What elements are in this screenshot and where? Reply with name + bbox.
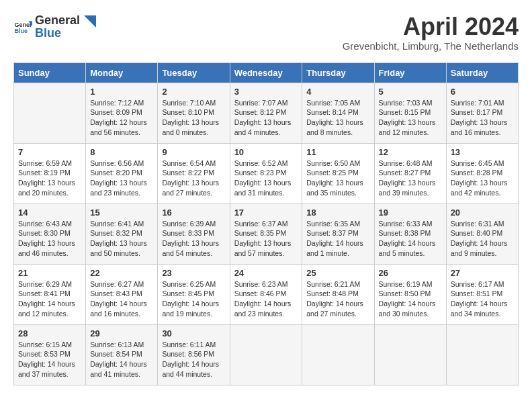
day-info: Sunrise: 6:15 AMSunset: 8:53 PMDaylight:… <box>18 340 81 379</box>
calendar-cell: 13Sunrise: 6:45 AMSunset: 8:28 PMDayligh… <box>446 143 518 203</box>
day-number: 19 <box>379 208 442 218</box>
title-block: April 2024 Grevenbicht, Limburg, The Net… <box>343 13 519 52</box>
day-number: 22 <box>90 268 153 278</box>
day-info: Sunrise: 6:17 AMSunset: 8:51 PMDaylight:… <box>451 279 514 319</box>
day-info: Sunrise: 7:03 AMSunset: 8:15 PMDaylight:… <box>379 98 442 138</box>
calendar-cell: 20Sunrise: 6:31 AMSunset: 8:40 PMDayligh… <box>446 203 518 264</box>
calendar-cell: 14Sunrise: 6:43 AMSunset: 8:30 PMDayligh… <box>14 203 86 264</box>
day-number: 17 <box>234 208 298 218</box>
calendar-cell: 25Sunrise: 6:21 AMSunset: 8:48 PMDayligh… <box>302 264 374 324</box>
header-tuesday: Tuesday <box>158 62 230 83</box>
day-number: 29 <box>90 328 153 338</box>
main-title: April 2024 <box>343 13 519 40</box>
day-number: 21 <box>18 268 81 278</box>
calendar-cell: 6Sunrise: 7:01 AMSunset: 8:17 PMDaylight… <box>446 83 518 143</box>
day-number: 13 <box>451 147 514 157</box>
day-info: Sunrise: 6:23 AMSunset: 8:46 PMDaylight:… <box>234 279 298 319</box>
calendar-cell <box>302 324 374 385</box>
day-number: 20 <box>451 208 514 218</box>
calendar-cell: 18Sunrise: 6:35 AMSunset: 8:37 PMDayligh… <box>302 203 374 264</box>
calendar-cell: 26Sunrise: 6:19 AMSunset: 8:50 PMDayligh… <box>374 264 446 324</box>
day-number: 16 <box>162 208 225 218</box>
day-info: Sunrise: 6:48 AMSunset: 8:27 PMDaylight:… <box>379 158 442 198</box>
day-number: 23 <box>162 268 225 278</box>
day-info: Sunrise: 6:31 AMSunset: 8:40 PMDaylight:… <box>451 219 514 259</box>
svg-marker-3 <box>84 15 96 28</box>
day-number: 27 <box>451 268 514 278</box>
day-number: 24 <box>234 268 298 278</box>
calendar-cell: 10Sunrise: 6:52 AMSunset: 8:23 PMDayligh… <box>230 143 302 203</box>
calendar-cell <box>374 324 446 385</box>
day-info: Sunrise: 7:01 AMSunset: 8:17 PMDaylight:… <box>451 98 514 138</box>
calendar-cell: 30Sunrise: 6:11 AMSunset: 8:56 PMDayligh… <box>158 324 230 385</box>
subtitle: Grevenbicht, Limburg, The Netherlands <box>343 40 519 52</box>
day-number: 7 <box>18 147 81 157</box>
logo-general-text: General <box>35 13 96 28</box>
calendar-cell: 7Sunrise: 6:59 AMSunset: 8:19 PMDaylight… <box>14 143 86 203</box>
calendar-cell <box>446 324 518 385</box>
day-number: 10 <box>234 147 298 157</box>
calendar-cell: 22Sunrise: 6:27 AMSunset: 8:43 PMDayligh… <box>86 264 158 324</box>
day-number: 5 <box>379 87 442 97</box>
calendar-cell: 5Sunrise: 7:03 AMSunset: 8:15 PMDaylight… <box>374 83 446 143</box>
calendar-header-row: SundayMondayTuesdayWednesdayThursdayFrid… <box>14 62 519 83</box>
day-info: Sunrise: 6:13 AMSunset: 8:54 PMDaylight:… <box>90 340 153 379</box>
day-info: Sunrise: 6:37 AMSunset: 8:35 PMDaylight:… <box>234 219 298 259</box>
day-number: 18 <box>306 208 369 218</box>
day-info: Sunrise: 7:05 AMSunset: 8:14 PMDaylight:… <box>306 98 369 138</box>
calendar-cell: 24Sunrise: 6:23 AMSunset: 8:46 PMDayligh… <box>230 264 302 324</box>
calendar-cell: 4Sunrise: 7:05 AMSunset: 8:14 PMDaylight… <box>302 83 374 143</box>
day-info: Sunrise: 6:11 AMSunset: 8:56 PMDaylight:… <box>162 340 225 379</box>
day-info: Sunrise: 6:45 AMSunset: 8:28 PMDaylight:… <box>451 158 514 198</box>
calendar-cell: 11Sunrise: 6:50 AMSunset: 8:25 PMDayligh… <box>302 143 374 203</box>
calendar-cell: 17Sunrise: 6:37 AMSunset: 8:35 PMDayligh… <box>230 203 302 264</box>
calendar-cell: 29Sunrise: 6:13 AMSunset: 8:54 PMDayligh… <box>86 324 158 385</box>
header-sunday: Sunday <box>14 62 86 83</box>
day-info: Sunrise: 6:27 AMSunset: 8:43 PMDaylight:… <box>90 279 153 319</box>
calendar-cell: 1Sunrise: 7:12 AMSunset: 8:09 PMDaylight… <box>86 83 158 143</box>
day-number: 4 <box>306 87 369 97</box>
day-info: Sunrise: 6:43 AMSunset: 8:30 PMDaylight:… <box>18 219 81 259</box>
day-number: 26 <box>379 268 442 278</box>
day-number: 28 <box>18 328 81 338</box>
day-number: 2 <box>162 87 225 97</box>
calendar-cell: 19Sunrise: 6:33 AMSunset: 8:38 PMDayligh… <box>374 203 446 264</box>
day-info: Sunrise: 6:21 AMSunset: 8:48 PMDaylight:… <box>306 279 369 319</box>
header-thursday: Thursday <box>302 62 374 83</box>
day-number: 15 <box>90 208 153 218</box>
logo-triangle-icon <box>84 15 96 28</box>
calendar-week-row: 7Sunrise: 6:59 AMSunset: 8:19 PMDaylight… <box>14 143 519 203</box>
day-info: Sunrise: 6:54 AMSunset: 8:22 PMDaylight:… <box>162 158 225 198</box>
calendar-week-row: 14Sunrise: 6:43 AMSunset: 8:30 PMDayligh… <box>14 203 519 264</box>
calendar-cell <box>230 324 302 385</box>
day-number: 14 <box>18 208 81 218</box>
day-number: 11 <box>306 147 369 157</box>
day-number: 9 <box>162 147 225 157</box>
logo-icon: General Blue <box>13 17 32 36</box>
calendar-cell: 28Sunrise: 6:15 AMSunset: 8:53 PMDayligh… <box>14 324 86 385</box>
day-info: Sunrise: 6:35 AMSunset: 8:37 PMDaylight:… <box>306 219 369 259</box>
day-info: Sunrise: 6:33 AMSunset: 8:38 PMDaylight:… <box>379 219 442 259</box>
day-number: 3 <box>234 87 298 97</box>
page-header: General Blue General Blue April 2024 Gre… <box>13 13 519 52</box>
calendar-cell: 2Sunrise: 7:10 AMSunset: 8:10 PMDaylight… <box>158 83 230 143</box>
calendar-cell: 8Sunrise: 6:56 AMSunset: 8:20 PMDaylight… <box>86 143 158 203</box>
calendar-cell: 27Sunrise: 6:17 AMSunset: 8:51 PMDayligh… <box>446 264 518 324</box>
day-info: Sunrise: 6:41 AMSunset: 8:32 PMDaylight:… <box>90 219 153 259</box>
calendar-cell: 21Sunrise: 6:29 AMSunset: 8:41 PMDayligh… <box>14 264 86 324</box>
day-info: Sunrise: 6:56 AMSunset: 8:20 PMDaylight:… <box>90 158 153 198</box>
day-info: Sunrise: 6:19 AMSunset: 8:50 PMDaylight:… <box>379 279 442 319</box>
calendar-cell <box>14 83 86 143</box>
calendar-cell: 3Sunrise: 7:07 AMSunset: 8:12 PMDaylight… <box>230 83 302 143</box>
day-number: 30 <box>162 328 225 338</box>
header-friday: Friday <box>374 62 446 83</box>
day-info: Sunrise: 6:29 AMSunset: 8:41 PMDaylight:… <box>18 279 81 319</box>
header-monday: Monday <box>86 62 158 83</box>
calendar-cell: 16Sunrise: 6:39 AMSunset: 8:33 PMDayligh… <box>158 203 230 264</box>
day-info: Sunrise: 6:39 AMSunset: 8:33 PMDaylight:… <box>162 219 225 259</box>
day-info: Sunrise: 7:07 AMSunset: 8:12 PMDaylight:… <box>234 98 298 138</box>
day-number: 25 <box>306 268 369 278</box>
calendar-week-row: 1Sunrise: 7:12 AMSunset: 8:09 PMDaylight… <box>14 83 519 143</box>
calendar-week-row: 28Sunrise: 6:15 AMSunset: 8:53 PMDayligh… <box>14 324 519 385</box>
logo: General Blue General Blue <box>13 13 96 40</box>
